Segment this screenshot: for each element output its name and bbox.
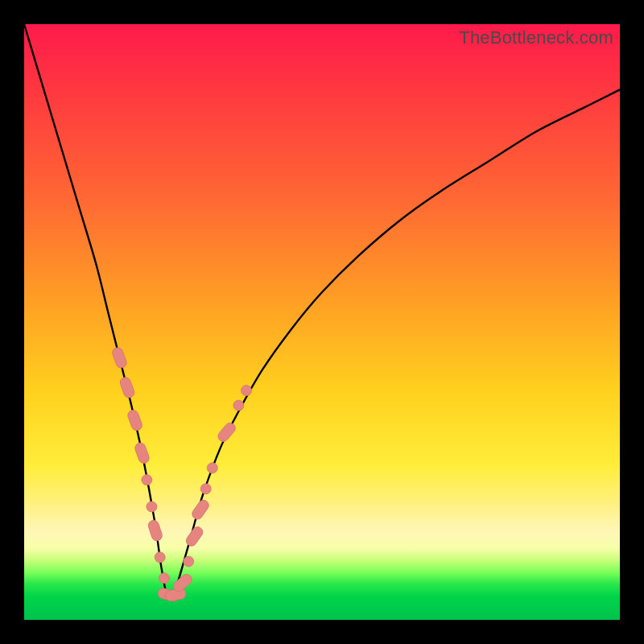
marker-dot bbox=[155, 552, 165, 563]
chart-frame: TheBottleneck.com bbox=[0, 0, 644, 644]
marker-dot bbox=[242, 386, 252, 396]
marker-capsule bbox=[147, 519, 163, 543]
marker-dot bbox=[147, 502, 157, 512]
marker-dot bbox=[233, 400, 244, 411]
marker-capsule bbox=[184, 525, 205, 548]
plot-area: TheBottleneck.com bbox=[24, 24, 620, 620]
marker-capsule bbox=[134, 441, 151, 464]
marker-capsule bbox=[126, 409, 143, 432]
marker-capsule bbox=[111, 346, 128, 369]
marker-capsule bbox=[190, 498, 211, 522]
curve-markers bbox=[111, 346, 252, 603]
marker-dot bbox=[184, 556, 194, 567]
curve-layer bbox=[24, 24, 620, 620]
marker-dot bbox=[159, 573, 169, 584]
marker-dot bbox=[207, 463, 217, 473]
marker-dot bbox=[142, 475, 152, 485]
marker-dot bbox=[200, 484, 211, 494]
marker-capsule bbox=[216, 421, 237, 444]
marker-capsule bbox=[118, 376, 135, 399]
bottleneck-curve bbox=[24, 24, 620, 599]
